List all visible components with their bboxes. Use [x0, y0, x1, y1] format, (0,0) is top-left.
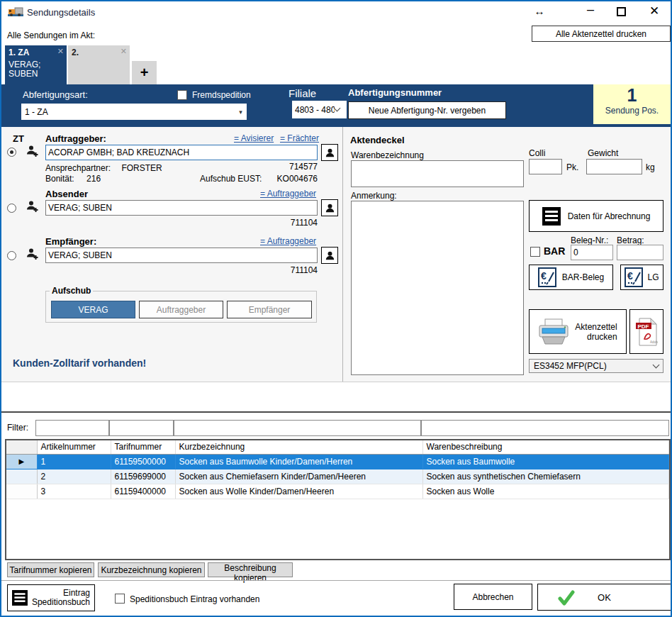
zt-label: ZT — [13, 133, 24, 144]
window: Sendungsdetails ↔ – ✕ Alle Aktenzettel d… — [0, 0, 672, 617]
printer-value: ES3452 MFP(PCL) — [534, 361, 607, 371]
absender-radio[interactable] — [7, 204, 16, 213]
print-aktenzettel-button[interactable]: Aktenzettel drucken — [529, 309, 627, 354]
ok-label: OK — [538, 592, 671, 603]
bonitaet-label: Bonität: — [45, 174, 74, 184]
auftraggeber-contact-button[interactable] — [321, 144, 338, 161]
resize-icon[interactable]: ↔ — [532, 5, 547, 17]
tab-close-icon[interactable]: ✕ — [121, 47, 127, 56]
empfaenger-contact-button[interactable] — [321, 247, 338, 264]
fremdspedition-checkbox[interactable] — [177, 90, 187, 100]
person-icon — [325, 148, 335, 158]
anmerkung-textarea[interactable] — [351, 201, 524, 375]
avisierer-link[interactable]: = Avisierer — [234, 133, 274, 143]
svg-text:€: € — [541, 270, 547, 282]
lg-button[interactable]: € LG — [620, 265, 663, 290]
cell-artikelnummer: 3 — [37, 484, 111, 499]
cell-kurzbezeichnung: Socken aus Wolle Kinder/Damen/Heeren — [175, 484, 422, 499]
beleg-nr-input[interactable] — [571, 245, 613, 260]
absender-auftraggeber-link[interactable]: = Auftraggeber — [260, 189, 316, 199]
speditionsbuch-entry-label: Eintrag Speditionsbuch — [32, 589, 90, 607]
filiale-label: Filiale — [289, 87, 316, 99]
tab-title: 2. — [72, 48, 126, 57]
filter-tarifnummer-input[interactable] — [109, 420, 174, 436]
empfaenger-radio[interactable] — [7, 251, 16, 260]
table-row[interactable]: 2 61159699000 Socken aus Chemiefasern Ki… — [6, 469, 669, 484]
svg-text:€: € — [627, 270, 633, 282]
betrag-input[interactable] — [617, 245, 663, 260]
billing-data-button[interactable]: Daten für Abrechnung — [529, 200, 663, 232]
vertical-divider — [342, 127, 343, 382]
cell-warenbeschreibung: Socken aus synthetischen Chemiefasern — [422, 469, 669, 484]
copy-tarifnummer-button[interactable]: Tarifnummer kopieren — [7, 562, 94, 577]
aufschub-empfaenger-button[interactable]: Empfänger — [227, 301, 312, 318]
ok-button[interactable]: OK — [537, 584, 671, 611]
svg-text:PDF: PDF — [638, 323, 649, 329]
column-header-tarifnummer[interactable]: Tarifnummer — [111, 440, 175, 454]
row-selector-cell — [6, 484, 37, 499]
gewicht-unit-label: kg — [646, 162, 655, 172]
empfaenger-auftraggeber-link[interactable]: = Auftraggeber — [260, 236, 316, 246]
absender-contact-button[interactable] — [321, 199, 338, 216]
printer-select[interactable]: ES3452 MFP(PCL) — [529, 359, 663, 373]
filter-warenbeschreibung-input[interactable] — [421, 420, 669, 436]
auftraggeber-input[interactable] — [45, 145, 318, 160]
copy-kurzbezeichnung-button[interactable]: Kurzbezeichnung kopieren — [98, 562, 205, 577]
aufschub-eust-label: Aufschub EUST: — [200, 174, 262, 184]
table-row[interactable]: 3 61159400000 Socken aus Wolle Kinder/Da… — [6, 484, 669, 499]
bar-beleg-label: BAR-Beleg — [562, 272, 604, 282]
fraechter-link[interactable]: = Frächter — [280, 133, 319, 143]
section-divider — [1, 411, 671, 413]
add-shipment-tab-button[interactable]: + — [132, 61, 157, 84]
pdf-export-button[interactable]: PDF Adobe — [629, 309, 663, 354]
colli-input[interactable] — [529, 159, 562, 174]
speditionsbuch-checkbox[interactable] — [115, 594, 125, 604]
column-header-kurzbezeichnung[interactable]: Kurzbezeichnung — [175, 440, 422, 454]
table-row[interactable]: ▶ 1 61159500000 Socken aus Baumwolle Kin… — [6, 454, 669, 469]
column-header-artikelnummer[interactable]: Artikelnummer — [37, 440, 111, 454]
print-all-aktenzettel-button[interactable]: Alle Aktenzettel drucken — [532, 26, 671, 42]
form-area: ZT Auftraggeber: = Avisierer = Frächter … — [1, 127, 671, 382]
abfertigungsnummer-label: Abfertigungsnummer — [348, 87, 442, 98]
gewicht-input[interactable] — [586, 159, 642, 174]
copy-beschreibung-button[interactable]: Beschreibung kopieren — [208, 562, 293, 577]
empfaenger-input[interactable] — [45, 248, 318, 263]
gewicht-label: Gewicht — [588, 148, 618, 158]
column-header-warenbeschreibung[interactable]: Warenbeschreibung — [422, 440, 669, 454]
person-add-icon[interactable] — [26, 145, 39, 157]
position-count: 1 — [593, 84, 671, 106]
person-add-icon[interactable] — [26, 248, 39, 260]
euro-receipt-icon: € — [625, 267, 643, 287]
bar-checkbox[interactable] — [530, 247, 540, 257]
abfertigungsart-select[interactable]: 1 - ZA ▾ — [21, 104, 247, 120]
chevron-down-icon — [653, 361, 660, 368]
aufschub-verag-button[interactable]: VERAG — [51, 301, 135, 318]
filiale-select[interactable]: 4803 - 480 — [292, 101, 347, 118]
bar-beleg-button[interactable]: € BAR-Beleg — [529, 265, 613, 290]
speditionsbuch-entry-button[interactable]: Eintrag Speditionsbuch — [7, 584, 95, 611]
beleg-nr-label: Beleg-Nr.: — [571, 235, 608, 245]
lg-label: LG — [647, 272, 659, 282]
ansprechpartner-line: Ansprechpartner: FORSTER — [45, 163, 162, 173]
cancel-button[interactable]: Abbrechen — [454, 584, 532, 610]
tab-close-icon[interactable]: ✕ — [57, 47, 64, 56]
new-abfertigungsnummer-button[interactable]: Neue Abfertigung-Nr. vergeben — [348, 101, 506, 119]
warenbezeichnung-textarea[interactable] — [351, 160, 524, 187]
person-add-icon[interactable] — [26, 200, 39, 213]
close-button[interactable]: ✕ — [646, 4, 662, 18]
maximize-button[interactable] — [617, 7, 626, 16]
auftraggeber-radio[interactable] — [7, 148, 16, 157]
position-count-label: Sendung Pos. — [593, 106, 671, 116]
aufschub-group: Aufschub VERAG Auftraggeber Empfänger — [45, 286, 317, 323]
ansprechpartner-value: FORSTER — [121, 163, 162, 173]
absender-input[interactable] — [45, 200, 318, 216]
ansprechpartner-label: Ansprechpartner: — [45, 163, 111, 173]
filter-kurzbezeichnung-input[interactable] — [174, 420, 421, 436]
minimize-button[interactable]: – — [583, 2, 598, 17]
shipment-tab-2[interactable]: 2. ✕ — [68, 45, 130, 84]
shipment-tab-1[interactable]: 1. ZA ✕ VERAG; SUBEN — [5, 45, 67, 84]
cell-warenbeschreibung: Socken aus Baumwolle — [422, 454, 669, 469]
aufschub-auftraggeber-button[interactable]: Auftraggeber — [139, 301, 223, 318]
filter-artikelnummer-input[interactable] — [35, 420, 109, 436]
position-count-panel: 1 Sendung Pos. — [593, 84, 671, 124]
